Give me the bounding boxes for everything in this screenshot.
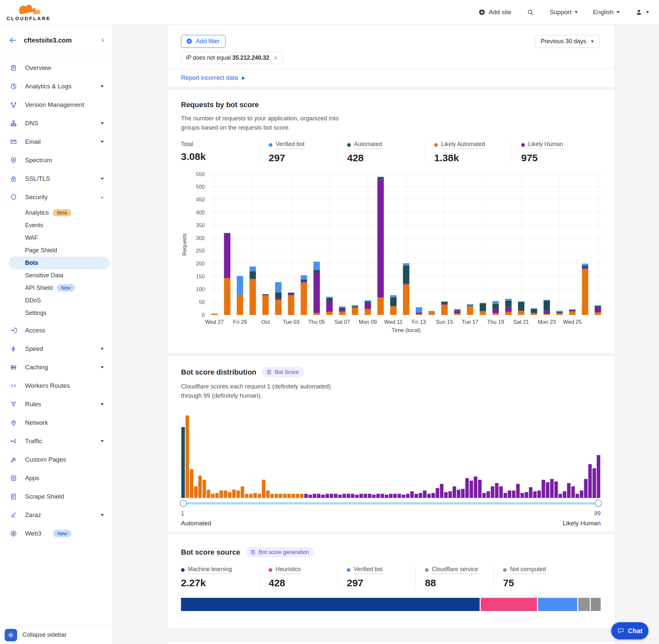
sidebar-item-scrape-shield[interactable]: Scrape Shield (0, 487, 112, 506)
svg-text:250: 250 (196, 248, 205, 254)
chevron-right-icon[interactable] (100, 38, 105, 43)
sidebar-item-label: Sensitive Data (25, 272, 63, 279)
pin-icon (10, 419, 17, 427)
remove-filter-icon[interactable] (273, 55, 278, 60)
badge-label: Bot score generation (259, 549, 309, 555)
chevron-down-icon (100, 440, 104, 444)
sidebar-item-rules[interactable]: Rules (0, 395, 112, 414)
source-segment-machine-learning (181, 598, 480, 611)
slider-handle-max[interactable] (595, 500, 602, 507)
sidebar-item-sensitive-data[interactable]: Sensitive Data (0, 269, 112, 282)
chevron-down-icon (100, 514, 104, 518)
add-filter-button[interactable]: Add filter (181, 35, 226, 48)
sidebar-item-zaraz[interactable]: Zaraz (0, 506, 112, 524)
document-icon (10, 493, 17, 500)
sidebar-item-events[interactable]: Events (0, 219, 112, 231)
back-arrow-icon[interactable] (8, 36, 17, 45)
sidebar-item-spectrum[interactable]: Spectrum (0, 151, 112, 169)
settings-gear-button[interactable] (5, 629, 17, 641)
sidebar-item-ssl-tls[interactable]: SSL/TLS (0, 169, 112, 188)
sidebar-item-apps[interactable]: Apps (0, 469, 112, 487)
sidebar-item-page-shield[interactable]: Page Shield (0, 244, 112, 256)
source-stats-row: Machine learning2.27kHeuristics428Verifi… (181, 566, 600, 589)
legend-dot-icon (521, 143, 525, 147)
code-icon (10, 382, 17, 389)
stat-label: Likely Human (528, 141, 563, 149)
sidebar-item-version-management[interactable]: Version Management (0, 96, 112, 114)
sidebar-item-waf[interactable]: WAF (0, 231, 112, 244)
source-segment-verified-bot (538, 598, 577, 611)
sidebar-item-security-analytics[interactable]: AnalyticsBeta (0, 206, 112, 219)
sidebar-item-caching[interactable]: Caching (0, 358, 112, 376)
sidebar-item-label: Traffic (25, 438, 42, 445)
sidebar-item-workers-routes[interactable]: Workers Routes (0, 376, 112, 395)
slider-handle-min[interactable] (180, 500, 187, 507)
sidebar-item-label: Custom Pages (25, 456, 66, 463)
stat-likely-human: Likely Human975 (512, 141, 600, 164)
book-icon (250, 549, 256, 555)
account-menu[interactable] (635, 8, 649, 16)
sidebar-item-label: Rules (25, 401, 41, 408)
requests-stats-row: Total3.08kVerified bot297Automated428Lik… (181, 141, 600, 164)
site-selector[interactable]: cftestsite3.com (0, 25, 112, 56)
legend-dot-icon (425, 568, 428, 572)
sidebar-item-access[interactable]: Access (0, 321, 112, 340)
search-icon (526, 8, 534, 16)
source-segment-cloudflare-service (578, 598, 590, 611)
sidebar-item-custom-pages[interactable]: Custom Pages (0, 451, 112, 469)
book-icon (266, 369, 272, 375)
search-button[interactable] (526, 8, 534, 16)
shield-star-icon (10, 157, 17, 164)
bubble-icon (617, 627, 625, 635)
chat-button[interactable]: Chat (611, 622, 649, 639)
chevron-down-icon (100, 86, 104, 89)
svg-text:Requests: Requests (182, 233, 187, 256)
share-icon (10, 438, 17, 445)
sidebar-item-web3[interactable]: Web3New (0, 524, 112, 543)
sidebar-item-ddos[interactable]: DDoS (0, 294, 112, 307)
sidebar-item-label: DNS (25, 120, 38, 127)
stat-verified-bot: Verified bot297 (337, 566, 415, 589)
filter-chip[interactable]: IP does not equal 35.212.240.32 (181, 52, 283, 64)
sidebar-item-label: Scrape Shield (25, 493, 64, 500)
report-incorrect-data-link[interactable]: Report incorrect data (181, 74, 247, 82)
sidebar-item-label: Analytics (25, 209, 49, 216)
report-strip: Report incorrect data (167, 69, 615, 87)
person-icon (635, 8, 643, 16)
sidebar-item-label: Workers Routes (25, 382, 70, 389)
sidebar-item-dns[interactable]: DNS (0, 114, 112, 133)
language-menu[interactable]: English (593, 8, 620, 16)
slider-min-caption: Automated (181, 520, 211, 527)
sidebar-item-settings[interactable]: Settings (0, 307, 112, 319)
bot-score-badge[interactable]: Bot Score (262, 367, 304, 377)
svg-text:Time (local): Time (local) (392, 327, 421, 334)
cloudflare-logo[interactable]: CLOUDFLARE (6, 3, 51, 21)
sidebar-item-api-shield[interactable]: API ShieldNew (0, 282, 112, 294)
add-site-button[interactable]: Add site (478, 8, 511, 16)
sidebar-item-label: Caching (25, 364, 48, 371)
sidebar-item-label: Version Management (25, 101, 85, 109)
content-divider (147, 25, 147, 644)
sidebar-item-speed[interactable]: Speed (0, 340, 112, 358)
sidebar-item-security[interactable]: Security (0, 188, 112, 206)
sidebar-item-analytics-logs[interactable]: Analytics & Logs (0, 77, 112, 96)
support-menu[interactable]: Support (549, 8, 578, 16)
sidebar-item-bots[interactable]: Bots (8, 256, 110, 269)
sidebar-item-overview[interactable]: Overview (0, 59, 112, 77)
sidebar-item-email[interactable]: Email (0, 133, 112, 151)
time-range-dropdown[interactable]: Previous 30 days (535, 35, 600, 48)
back-icon (8, 36, 17, 45)
chevron-down-icon (100, 366, 104, 370)
collapse-sidebar-label[interactable]: Collapse sidebar (22, 631, 67, 638)
svg-text:350: 350 (196, 222, 205, 228)
stat-value: 975 (521, 152, 596, 164)
chat-label: Chat (628, 627, 642, 635)
pie-icon (10, 83, 17, 90)
sidebar-item-network[interactable]: Network (0, 414, 112, 432)
sidebar-item-traffic[interactable]: Traffic (0, 432, 112, 451)
bot-score-histogram (181, 413, 601, 498)
slider-track[interactable] (181, 502, 601, 505)
stat-value: 2.27k (181, 577, 256, 589)
sidebar-nav: OverviewAnalytics & LogsVersion Manageme… (0, 56, 112, 625)
bot-score-generation-badge[interactable]: Bot score generation (246, 547, 314, 557)
